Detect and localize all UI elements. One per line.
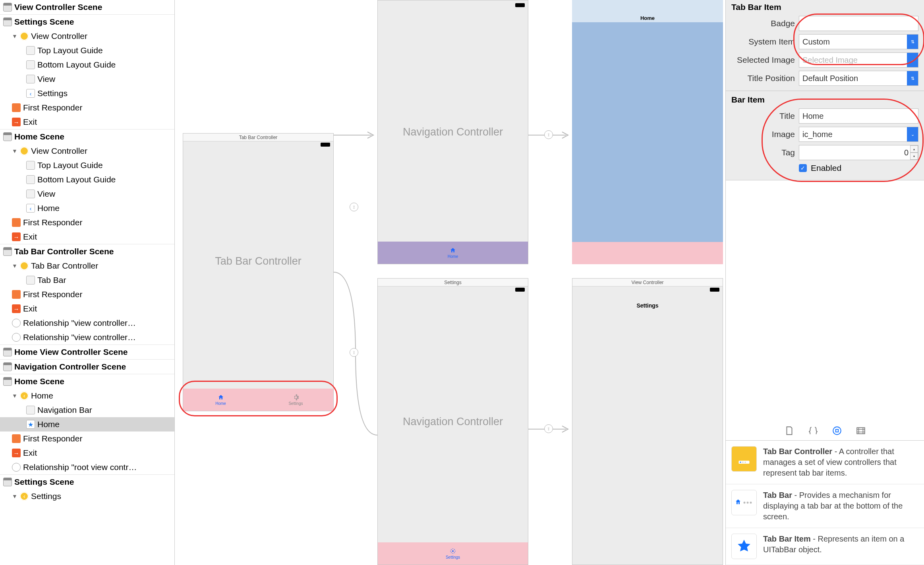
tab-bar-item-preview[interactable]: Home	[378, 242, 528, 264]
chevron-up-down-icon[interactable]: ⇅	[907, 35, 918, 49]
tab-bar[interactable]: Home Settings	[183, 389, 333, 411]
outline-top-layout-guide[interactable]: Top Layout Guide	[0, 43, 174, 58]
chevron-up-down-icon[interactable]: ⇅	[907, 71, 918, 85]
outline-home-item[interactable]: ‹Home	[0, 201, 174, 215]
status-bar	[572, 286, 723, 293]
outline-bottom-layout-guide[interactable]: Bottom Layout Guide	[0, 58, 174, 72]
library-tab-media[interactable]	[856, 426, 866, 436]
outline-view-controller[interactable]: ▼ View Controller	[0, 29, 174, 43]
outline-navigation-bar[interactable]: Navigation Bar	[0, 403, 174, 417]
library-tab-code[interactable]	[808, 426, 818, 436]
tab-bar-item-preview[interactable]: Settings	[378, 542, 528, 565]
library-item-name: Tab Bar Controller	[763, 447, 832, 456]
outline-relationship[interactable]: Relationship "view controller…	[0, 330, 174, 344]
badge-field[interactable]	[799, 16, 918, 31]
title-label: Title	[731, 111, 795, 121]
item-label: Relationship "view controller…	[23, 318, 136, 328]
outline-tab-bar-controller[interactable]: ▼ Tab Bar Controller	[0, 259, 174, 273]
combo-value: Custom	[802, 37, 830, 46]
segue-handle[interactable]: ⟟	[544, 130, 553, 139]
outline-tab-bar[interactable]: Tab Bar	[0, 273, 174, 287]
library-tab-objects[interactable]	[832, 426, 842, 436]
library-item-tab-bar-controller[interactable]: Tab Bar Controller - A controller that m…	[726, 441, 924, 484]
canvas-home-vc[interactable]: Home	[572, 0, 723, 264]
outline-first-responder[interactable]: First Responder	[0, 287, 174, 302]
exit-icon: →	[12, 449, 21, 457]
scene-title: Tab Bar Controller Scene	[14, 247, 114, 256]
outline-relationship[interactable]: Relationship "view controller…	[0, 316, 174, 330]
item-label: First Responder	[23, 103, 82, 112]
scene-tab-bar-controller[interactable]: Tab Bar Controller Scene	[0, 244, 174, 259]
segue-handle[interactable]: ⟟	[350, 348, 358, 357]
system-item-combo[interactable]: Custom ⇅	[799, 34, 918, 49]
outline-top-layout-guide[interactable]: Top Layout Guide	[0, 158, 174, 172]
title-field[interactable]: Home	[799, 108, 918, 124]
scene-title: View Controller Scene	[14, 2, 102, 12]
outline-settings-nav[interactable]: ▼ ‹ Settings	[0, 489, 174, 503]
disclosure-triangle-icon[interactable]: ▼	[12, 33, 17, 39]
tag-stepper[interactable]: ▴▾	[910, 145, 918, 160]
canvas-settings-vc[interactable]: View Controller Settings	[572, 278, 723, 565]
segue-handle[interactable]: ⟟	[544, 424, 553, 433]
selected-image-combo[interactable]: Selected Image ⌄	[799, 52, 918, 68]
outline-view[interactable]: View	[0, 187, 174, 201]
tag-field[interactable]: 0 ▴▾	[799, 145, 918, 160]
canvas-tab-bar-controller[interactable]: Tab Bar Controller Tab Bar Controller Ho…	[183, 133, 334, 411]
outline-first-responder[interactable]: First Responder	[0, 215, 174, 230]
svg-point-10	[750, 502, 752, 504]
tab-settings[interactable]: Settings	[258, 389, 333, 411]
scene-view-controller[interactable]: View Controller Scene	[0, 0, 174, 14]
outline-exit[interactable]: →Exit	[0, 302, 174, 316]
chevron-down-icon[interactable]: ⌄	[907, 53, 918, 67]
first-responder-icon	[12, 218, 21, 227]
scene-settings-2[interactable]: Settings Scene	[0, 475, 174, 489]
outline-home-nav[interactable]: ▼ ‹ Home	[0, 389, 174, 403]
outline-view[interactable]: View	[0, 72, 174, 86]
outline-bottom-layout-guide[interactable]: Bottom Layout Guide	[0, 172, 174, 187]
library-item-tab-bar-item[interactable]: Tab Bar Item - Represents an item on a U…	[726, 528, 924, 565]
title-position-label: Title Position	[731, 74, 795, 83]
disclosure-triangle-icon[interactable]: ▼	[12, 263, 17, 269]
chevron-down-icon[interactable]: ⌄	[907, 127, 918, 141]
library-tab-file[interactable]	[784, 426, 794, 436]
layout-guide-icon	[26, 161, 35, 170]
outline-exit[interactable]: →Exit	[0, 230, 174, 244]
tab-home[interactable]: Home	[183, 389, 258, 411]
outline-first-responder[interactable]: First Responder	[0, 431, 174, 446]
disclosure-triangle-icon[interactable]: ▼	[12, 493, 17, 499]
item-label: Tab Bar Controller	[31, 261, 98, 271]
segue-handle[interactable]: ⟟	[350, 203, 358, 211]
outline-home-tab-item[interactable]: ★Home	[0, 417, 174, 431]
first-responder-icon	[12, 103, 21, 112]
storyboard-canvas[interactable]: Tab Bar Controller Tab Bar Controller Ho…	[175, 0, 725, 565]
outline-view-controller[interactable]: ▼ View Controller	[0, 144, 174, 158]
outline-first-responder[interactable]: First Responder	[0, 101, 174, 115]
item-label: Bottom Layout Guide	[37, 60, 116, 70]
view-icon	[26, 190, 35, 198]
stepper-up-icon[interactable]: ▴	[910, 145, 918, 153]
scene-home-nav[interactable]: Home Scene	[0, 374, 174, 389]
outline-relationship[interactable]: Relationship "root view contr…	[0, 460, 174, 474]
stepper-down-icon[interactable]: ▾	[910, 153, 918, 160]
enabled-checkbox[interactable]: ✓	[799, 164, 807, 172]
disclosure-triangle-icon[interactable]: ▼	[12, 148, 17, 154]
canvas-nav-controller-home[interactable]: Navigation Controller Home	[377, 0, 528, 264]
outline-exit[interactable]: →Exit	[0, 446, 174, 460]
disclosure-triangle-icon[interactable]: ▼	[12, 393, 17, 399]
home-icon	[218, 394, 224, 401]
scene-home-view-controller[interactable]: Home View Controller Scene	[0, 345, 174, 359]
image-combo[interactable]: ic_home ⌄	[799, 127, 918, 142]
back-icon: ‹	[26, 204, 35, 213]
scene-home[interactable]: Home Scene	[0, 130, 174, 144]
scene-settings[interactable]: Settings Scene	[0, 15, 174, 29]
canvas-nav-controller-settings[interactable]: Settings Navigation Controller Settings	[377, 278, 528, 565]
scene-navigation-controller[interactable]: Navigation Controller Scene	[0, 360, 174, 374]
outline-settings-item[interactable]: ‹Settings	[0, 86, 174, 101]
library-item-tab-bar[interactable]: Tab Bar - Provides a mechanism for displ…	[726, 484, 924, 528]
title-position-combo[interactable]: Default Position ⇅	[799, 71, 918, 86]
scene-icon	[3, 247, 12, 256]
object-library[interactable]: Tab Bar Controller - A controller that m…	[726, 441, 924, 565]
outline-exit[interactable]: →Exit	[0, 115, 174, 129]
document-outline[interactable]: View Controller Scene Settings Scene ▼ V…	[0, 0, 175, 565]
scene-title: Settings Scene	[14, 17, 74, 27]
